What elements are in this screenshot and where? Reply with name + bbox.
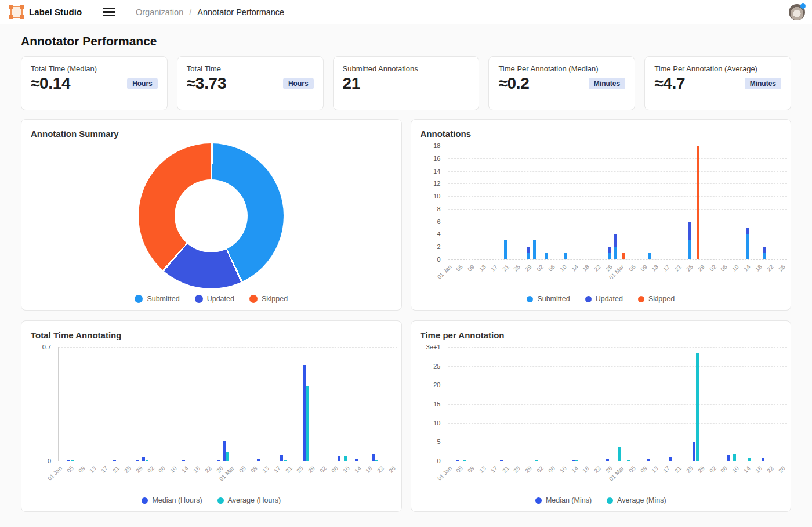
bar-median-mins[interactable] <box>762 458 764 461</box>
time-per-annotation-chart[interactable]: 3e+12520151050 01 Jan0509131721252902061… <box>420 347 782 493</box>
x-axis-tick: 22 <box>766 264 775 273</box>
legend-label: Average (Mins) <box>617 496 666 504</box>
bar-updated[interactable] <box>763 247 766 253</box>
x-axis-tick: 25 <box>296 465 305 474</box>
bar-median-hours[interactable] <box>217 460 220 461</box>
bar-submitted[interactable] <box>504 240 507 259</box>
bar-median-hours[interactable] <box>303 365 306 461</box>
bar-skipped[interactable] <box>697 146 699 259</box>
x-axis-tick: 21 <box>673 465 683 474</box>
bar-median-mins[interactable] <box>500 460 503 461</box>
bar-submitted[interactable] <box>533 240 536 259</box>
bar-median-mins[interactable] <box>669 457 672 461</box>
x-axis-tick: 06 <box>720 264 729 273</box>
bar-median-mins[interactable] <box>456 460 459 461</box>
total-time-plot-area[interactable]: 01 Jan050913172125290206101418222601 Mar… <box>58 347 397 461</box>
x-axis-tick: 17 <box>490 264 499 273</box>
stat-value: ≈0.14 <box>31 74 70 93</box>
stat-card-1: Total Time≈3.73Hours <box>177 56 324 110</box>
bar-median-mins[interactable] <box>647 459 650 461</box>
bar-average-mins[interactable] <box>463 460 466 461</box>
grid-line <box>448 222 787 222</box>
bar-updated[interactable] <box>614 234 617 247</box>
legend-item[interactable]: Skipped <box>249 295 288 303</box>
bar-median-hours[interactable] <box>136 460 139 461</box>
bar-median-hours[interactable] <box>67 460 70 461</box>
legend-dot-icon <box>195 295 203 303</box>
x-axis-tick: 13 <box>651 465 660 474</box>
bar-updated[interactable] <box>688 222 691 241</box>
bar-average-mins[interactable] <box>575 460 578 461</box>
bar-average-mins[interactable] <box>535 460 538 461</box>
legend-dot-icon <box>607 497 613 504</box>
bar-average-hours[interactable] <box>344 456 347 461</box>
bar-average-mins[interactable] <box>696 353 699 461</box>
stat-unit-badge: Hours <box>283 78 314 89</box>
grid-line <box>59 461 397 461</box>
legend-item[interactable]: Updated <box>195 295 234 303</box>
x-axis-tick: 22 <box>593 465 602 474</box>
bar-median-hours[interactable] <box>355 459 358 461</box>
legend-item[interactable]: Updated <box>585 295 623 303</box>
x-axis-tick: 09 <box>639 465 648 474</box>
bar-submitted[interactable] <box>648 253 651 259</box>
bar-average-mins[interactable] <box>618 447 621 461</box>
bar-median-hours[interactable] <box>182 460 185 461</box>
legend-item[interactable]: Average (Mins) <box>607 496 666 504</box>
bar-submitted[interactable] <box>763 253 766 259</box>
legend-item[interactable]: Skipped <box>638 295 675 303</box>
x-axis-tick: 22 <box>376 465 385 474</box>
hamburger-menu-icon[interactable] <box>103 8 115 16</box>
bar-skipped[interactable] <box>622 253 625 259</box>
bar-submitted[interactable] <box>527 253 530 259</box>
breadcrumb-current: Annotator Performance <box>197 8 284 17</box>
x-axis-tick: 05 <box>455 264 464 273</box>
legend-item[interactable]: Submitted <box>527 295 570 303</box>
bar-submitted[interactable] <box>608 253 611 259</box>
annotations-chart[interactable]: 181614121086420 01 Jan050913172125290206… <box>420 146 782 292</box>
bar-median-hours[interactable] <box>338 456 340 461</box>
bar-average-hours[interactable] <box>306 386 309 461</box>
bar-updated[interactable] <box>746 228 749 234</box>
bar-average-hours[interactable] <box>146 460 148 461</box>
bar-median-hours[interactable] <box>223 441 226 461</box>
annotation-summary-donut[interactable] <box>139 143 284 288</box>
x-axis-tick: 10 <box>559 465 568 474</box>
x-axis-tick: 02 <box>708 264 717 273</box>
bar-median-mins[interactable] <box>572 460 575 461</box>
bar-median-mins[interactable] <box>693 442 695 461</box>
breadcrumb-organization[interactable]: Organization <box>136 8 183 17</box>
legend-item[interactable]: Median (Mins) <box>535 496 592 504</box>
bar-average-hours[interactable] <box>284 460 287 461</box>
bar-updated[interactable] <box>527 247 530 253</box>
bar-median-hours[interactable] <box>113 460 116 461</box>
user-avatar[interactable] <box>789 4 805 20</box>
annotations-plot-area[interactable]: 01 Jan050913172125290206101418222601 Mar… <box>448 146 787 259</box>
bar-median-hours[interactable] <box>142 457 145 461</box>
bar-average-hours[interactable] <box>71 460 74 461</box>
bar-median-mins[interactable] <box>727 455 730 461</box>
bar-average-mins[interactable] <box>627 460 630 461</box>
annotations-chart-title: Annotations <box>420 129 782 139</box>
bar-submitted[interactable] <box>545 253 548 259</box>
bar-average-hours[interactable] <box>375 460 378 461</box>
bar-submitted[interactable] <box>564 253 567 259</box>
bar-median-hours[interactable] <box>257 459 260 461</box>
bar-submitted[interactable] <box>614 247 617 259</box>
total-time-chart[interactable]: 0.70 01 Jan05091317212529020610141822260… <box>31 347 392 493</box>
bar-median-mins[interactable] <box>606 459 609 461</box>
legend-item[interactable]: Submitted <box>135 295 179 303</box>
legend-item[interactable]: Median (Hours) <box>142 496 202 504</box>
bar-average-mins[interactable] <box>748 458 751 461</box>
bar-average-mins[interactable] <box>733 454 736 461</box>
bar-median-hours[interactable] <box>372 454 375 461</box>
bar-average-hours[interactable] <box>226 452 229 461</box>
time-per-annotation-plot-area[interactable]: 01 Jan050913172125290206101418222601 Mar… <box>448 347 787 461</box>
bar-updated[interactable] <box>608 247 611 253</box>
bar-submitted[interactable] <box>688 240 691 259</box>
grid-line <box>448 259 787 260</box>
bar-submitted[interactable] <box>746 234 749 259</box>
legend-item[interactable]: Average (Hours) <box>217 496 281 504</box>
bar-median-hours[interactable] <box>280 455 283 461</box>
grid-line <box>448 423 787 424</box>
